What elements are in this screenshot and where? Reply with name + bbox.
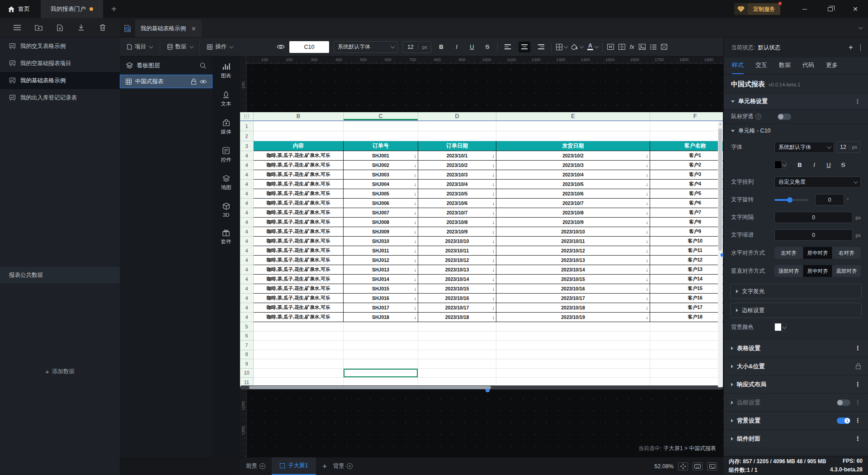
order-no-cell[interactable]: SHJ017↓: [344, 303, 418, 313]
order-no-cell[interactable]: SHJ001↓: [344, 151, 418, 161]
insert-image-button[interactable]: [639, 44, 646, 50]
component-category-套件[interactable]: 套件: [221, 229, 231, 245]
new-file-button[interactable]: [54, 22, 66, 33]
sheet-cell[interactable]: [344, 332, 418, 341]
order-no-cell[interactable]: SHJ009↓: [344, 227, 418, 237]
font-color-button[interactable]: A: [587, 43, 598, 50]
sheet-cell[interactable]: [650, 322, 723, 332]
sheet-cell[interactable]: [344, 131, 418, 141]
resize-handle-bottom[interactable]: [486, 388, 490, 392]
properties-tab-样式[interactable]: 样式: [732, 61, 744, 74]
panel-italic-button[interactable]: I: [809, 159, 820, 170]
foreground-button[interactable]: 前景 +: [246, 462, 265, 470]
customer-cell[interactable]: 客户7: [650, 208, 723, 218]
bold-button[interactable]: B: [436, 42, 447, 52]
sidebar-item[interactable]: 我的基础表格示例: [0, 72, 120, 89]
text-indent-input[interactable]: 0: [774, 229, 853, 241]
content-cell[interactable]: 咖啡,茶,瓜子,花生,矿泉水,可乐: [254, 161, 344, 170]
h-align-option[interactable]: 右对齐: [832, 247, 861, 259]
order-date-cell[interactable]: 2023/10/15↓: [418, 284, 496, 294]
order-no-cell[interactable]: SHJ013↓: [344, 265, 418, 275]
table-header-cell[interactable]: 发货日期: [496, 141, 650, 151]
sheet-cell[interactable]: [650, 332, 723, 341]
row-number[interactable]: 4: [240, 208, 254, 218]
sheet-cell[interactable]: [650, 359, 723, 369]
order-date-cell[interactable]: 2023/10/13↓: [418, 265, 496, 275]
component-category-图表[interactable]: 图表: [221, 63, 231, 79]
sheet-cell[interactable]: [650, 350, 723, 360]
cell-border-section[interactable]: 边框设置: [730, 303, 862, 318]
ship-date-cell[interactable]: 2023/10/12↓: [496, 246, 650, 256]
content-cell[interactable]: 咖啡,茶,瓜子,花生,矿泉水,可乐: [254, 284, 344, 294]
action-menu-button[interactable]: 操作: [200, 38, 240, 56]
row-number[interactable]: 2: [240, 131, 254, 141]
component-category-文本[interactable]: 文本: [221, 91, 231, 107]
order-no-cell[interactable]: SHJ010↓: [344, 237, 418, 246]
table-header-cell[interactable]: 订单号: [344, 141, 418, 151]
ship-date-cell[interactable]: 2023/10/14↓: [496, 265, 650, 275]
order-date-cell[interactable]: 2023/10/5↓: [418, 189, 496, 199]
order-no-cell[interactable]: SHJ012↓: [344, 256, 418, 265]
properties-tab-数据[interactable]: 数据: [779, 61, 791, 74]
row-number[interactable]: 4: [240, 313, 254, 322]
order-no-cell[interactable]: SHJ015↓: [344, 284, 418, 294]
sheet-cell[interactable]: [254, 121, 344, 131]
row-number[interactable]: 7: [240, 341, 254, 350]
section-边框设置[interactable]: 边框设置⋮: [724, 393, 868, 411]
customer-cell[interactable]: 客户16: [650, 294, 723, 303]
add-screen-button[interactable]: +: [322, 462, 326, 470]
ship-date-cell[interactable]: 2023/10/17↓: [496, 294, 650, 303]
component-category-3D[interactable]: 3D: [223, 203, 230, 218]
customer-cell[interactable]: 客户9: [650, 227, 723, 237]
content-cell[interactable]: 咖啡,茶,瓜子,花生,矿泉水,可乐: [254, 180, 344, 189]
background-button[interactable]: 背景 +: [333, 462, 353, 470]
section-menu-icon[interactable]: ⋮: [855, 417, 861, 424]
sheet-cell[interactable]: [418, 322, 496, 332]
sidebar-item[interactable]: 我的交叉表格示例: [0, 38, 120, 55]
column-header-F[interactable]: F: [650, 112, 723, 120]
content-cell[interactable]: 咖啡,茶,瓜子,花生,矿泉水,可乐: [254, 256, 344, 265]
order-no-cell[interactable]: SHJ003↓: [344, 170, 418, 180]
row-number[interactable]: 10: [240, 369, 254, 378]
customer-cell[interactable]: 客户5: [650, 189, 723, 199]
section-menu-icon[interactable]: ⋮: [855, 399, 861, 406]
order-date-cell[interactable]: 2023/10/3↓: [418, 170, 496, 180]
h-align-option[interactable]: 居中对齐: [803, 247, 832, 259]
custom-service-button[interactable]: 定制服务: [734, 3, 780, 15]
row-number[interactable]: 1: [240, 121, 254, 131]
customer-cell[interactable]: 客户13: [650, 265, 723, 275]
borders-button[interactable]: [556, 44, 567, 50]
vertical-scroll-thumb[interactable]: [718, 128, 722, 251]
transparent-fill-button[interactable]: [661, 44, 667, 50]
content-cell[interactable]: 咖啡,茶,瓜子,花生,矿泉水,可乐: [254, 303, 344, 313]
v-align-option[interactable]: 顶部对齐: [774, 265, 803, 277]
section-menu-icon[interactable]: ⋮: [855, 435, 861, 442]
row-number[interactable]: 3: [240, 141, 254, 151]
sidebar-item[interactable]: 我的出入库登记记录表: [0, 89, 120, 106]
sheet-cell[interactable]: [254, 350, 344, 360]
row-number[interactable]: 4: [240, 265, 254, 275]
panel-font-select[interactable]: 系统默认字体: [774, 142, 834, 153]
collapse-chevron[interactable]: [852, 18, 868, 37]
ship-date-cell[interactable]: 2023/10/11↓: [496, 237, 650, 246]
ship-date-cell[interactable]: 2023/10/2↓: [496, 151, 650, 161]
order-no-cell[interactable]: SHJ018↓: [344, 313, 418, 322]
text-arrange-select[interactable]: 自定义角度: [774, 176, 861, 188]
zoom-level[interactable]: 52.08%: [655, 463, 674, 470]
mouse-through-toggle[interactable]: [778, 114, 791, 120]
font-color-swatch[interactable]: [774, 161, 786, 169]
content-cell[interactable]: 咖啡,茶,瓜子,花生,矿泉水,可乐: [254, 151, 344, 161]
order-date-cell[interactable]: 2023/10/16↓: [418, 294, 496, 303]
table-header-cell[interactable]: 客户名称: [650, 141, 723, 151]
sheet-cell[interactable]: [418, 121, 496, 131]
content-cell[interactable]: 咖啡,茶,瓜子,花生,矿泉水,可乐: [254, 265, 344, 275]
row-number[interactable]: 4: [240, 218, 254, 227]
component-category-控件[interactable]: 控件: [221, 147, 231, 163]
sheet-cell[interactable]: [254, 322, 344, 332]
order-no-cell[interactable]: SHJ014↓: [344, 275, 418, 284]
design-canvas[interactable]: 1002003004005006007008009001000110012001…: [240, 57, 723, 457]
row-number[interactable]: 4: [240, 246, 254, 256]
order-no-cell[interactable]: SHJ016↓: [344, 294, 418, 303]
sheet-cell[interactable]: [496, 350, 650, 360]
h-align-option[interactable]: 左对齐: [774, 247, 803, 259]
